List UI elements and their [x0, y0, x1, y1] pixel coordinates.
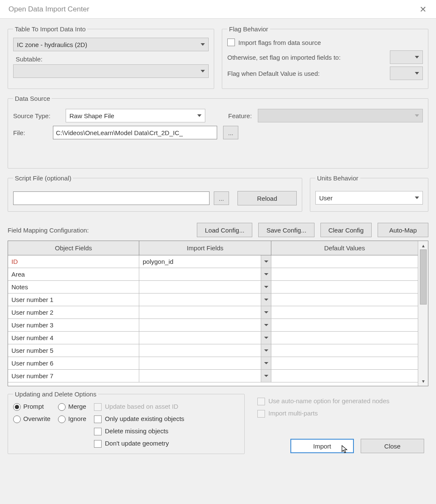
clear-config-button[interactable]: Clear Config [320, 223, 372, 237]
data-source-group: Data Source Source Type: Raw Shape File … [8, 95, 428, 169]
file-browse-button[interactable]: ... [223, 126, 238, 139]
default-value-cell[interactable] [271, 306, 418, 318]
check-update-asset-id: Update based on asset ID [94, 403, 185, 411]
object-field-cell[interactable]: User number 2 [8, 306, 139, 318]
dialog-content: Table To Import Data Into IC zone - hydr… [0, 19, 436, 458]
default-value-cell[interactable] [271, 294, 418, 306]
script-browse-button[interactable]: ... [214, 191, 229, 205]
header-object-fields[interactable]: Object Fields [8, 241, 139, 255]
import-field-cell[interactable]: polygon_id [139, 255, 271, 268]
object-field-cell[interactable]: ID [8, 255, 139, 268]
default-value-cell[interactable] [271, 370, 418, 382]
load-config-button[interactable]: Load Config... [197, 223, 252, 237]
radio-prompt[interactable]: Prompt [13, 403, 50, 411]
table-select[interactable]: IC zone - hydraulics (2D) [13, 38, 209, 51]
units-behavior-legend: Units Behavior [315, 174, 360, 182]
units-value: User [319, 194, 333, 202]
window-title: Open Data Import Center [8, 5, 89, 14]
close-icon[interactable]: ✕ [416, 3, 430, 16]
dropdown-icon[interactable] [261, 281, 271, 293]
import-field-cell[interactable] [139, 319, 271, 331]
units-select[interactable]: User [315, 191, 423, 205]
table-row: User number 2 [8, 306, 418, 319]
field-mapping-table: Object Fields Import Fields Default Valu… [8, 241, 428, 386]
check-delete-missing[interactable]: Delete missing objects [94, 427, 185, 435]
import-field-cell[interactable] [139, 344, 271, 357]
table-scrollbar[interactable]: ▴ ▾ [418, 241, 428, 386]
chevron-down-icon [415, 197, 419, 199]
check-dont-update-geometry[interactable]: Don't update geometry [94, 440, 185, 448]
import-button[interactable]: Import [290, 439, 354, 453]
script-file-legend: Script File (optional) [13, 174, 73, 182]
otherwise-flag-label: Otherwise, set flag on imported fields t… [227, 54, 341, 61]
object-field-cell[interactable]: Area [8, 268, 139, 280]
save-config-button[interactable]: Save Config... [258, 223, 314, 237]
radio-overwrite[interactable]: Overwrite [13, 415, 50, 423]
import-flags-label: Import flags from data source [238, 39, 321, 46]
object-field-cell[interactable]: User number 4 [8, 332, 139, 344]
scrollbar-thumb[interactable] [420, 249, 427, 305]
import-flags-checkbox[interactable] [227, 39, 235, 46]
object-field-cell[interactable]: User number 6 [8, 357, 139, 369]
default-value-cell[interactable] [271, 268, 418, 280]
auto-map-button[interactable]: Auto-Map [378, 223, 428, 237]
check-only-existing[interactable]: Only update existing objects [94, 415, 185, 423]
object-field-cell[interactable]: User number 1 [8, 294, 139, 306]
object-field-cell[interactable]: Notes [8, 281, 139, 293]
units-behavior-group: Units Behavior User [310, 174, 428, 212]
chevron-down-icon [415, 114, 419, 117]
radio-ignore[interactable]: Ignore [58, 415, 86, 423]
default-value-cell[interactable] [271, 332, 418, 344]
dropdown-icon[interactable] [261, 319, 271, 331]
default-value-cell[interactable] [271, 319, 418, 331]
field-mapping-label: Field Mapping Configuration: [8, 227, 89, 234]
cursor-icon [341, 445, 349, 454]
dropdown-icon[interactable] [261, 332, 271, 344]
import-field-cell[interactable] [139, 306, 271, 318]
table-row: User number 1 [8, 294, 418, 306]
default-value-cell[interactable] [271, 344, 418, 357]
import-field-cell[interactable] [139, 268, 271, 280]
table-row: User number 7 [8, 370, 418, 382]
subtable-select[interactable] [13, 64, 209, 78]
close-button[interactable]: Close [361, 439, 424, 453]
import-field-cell[interactable] [139, 332, 271, 344]
header-import-fields[interactable]: Import Fields [139, 241, 271, 255]
table-row: User number 3 [8, 319, 418, 332]
import-field-cell[interactable] [139, 370, 271, 382]
object-field-cell[interactable]: User number 5 [8, 344, 139, 357]
default-flag-label: Flag when Default Value is used: [227, 70, 320, 77]
chevron-down-icon [201, 43, 205, 46]
default-value-cell[interactable] [271, 281, 418, 293]
default-value-cell[interactable] [271, 255, 418, 268]
dropdown-icon[interactable] [261, 268, 271, 280]
feature-select[interactable] [258, 109, 423, 122]
import-field-cell[interactable] [139, 357, 271, 369]
header-default-values[interactable]: Default Values [271, 241, 418, 255]
dropdown-icon[interactable] [261, 306, 271, 318]
object-field-cell[interactable]: User number 7 [8, 370, 139, 382]
object-field-cell[interactable]: User number 3 [8, 319, 139, 331]
default-flag-select[interactable] [390, 66, 423, 80]
dropdown-icon[interactable] [261, 255, 271, 268]
subtable-label: Subtable: [16, 55, 209, 63]
dropdown-icon[interactable] [261, 357, 271, 369]
file-input[interactable]: C:\Videos\OneLearn\Model Data\Crt_2D_IC_ [53, 126, 217, 139]
source-type-select[interactable]: Raw Shape File [66, 109, 205, 122]
import-field-cell[interactable] [139, 294, 271, 306]
scroll-down-icon[interactable]: ▾ [422, 378, 425, 384]
dropdown-icon[interactable] [261, 344, 271, 357]
default-value-cell[interactable] [271, 357, 418, 369]
table-import-group: Table To Import Data Into IC zone - hydr… [8, 25, 214, 89]
flag-behavior-group: Flag Behavior Import flags from data sou… [222, 25, 428, 89]
otherwise-flag-select[interactable] [390, 50, 423, 64]
dropdown-icon[interactable] [261, 370, 271, 382]
file-input-value: C:\Videos\OneLearn\Model Data\Crt_2D_IC_ [56, 129, 183, 136]
dropdown-icon[interactable] [261, 294, 271, 306]
script-file-input[interactable] [13, 191, 210, 205]
scroll-up-icon[interactable]: ▴ [422, 243, 425, 249]
import-field-cell[interactable] [139, 281, 271, 293]
flag-behavior-legend: Flag Behavior [227, 25, 270, 33]
radio-merge[interactable]: Merge [58, 403, 86, 411]
reload-button[interactable]: Reload [237, 191, 297, 205]
